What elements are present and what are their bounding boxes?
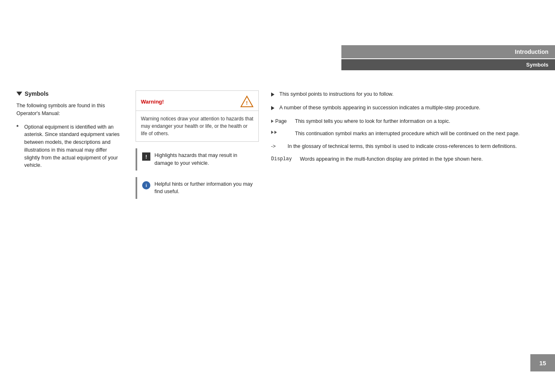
symbol-item-1: This symbol points to instructions for y… [271, 90, 539, 98]
small-arrow-icon [271, 120, 274, 123]
warning-header: Warning! ! [136, 91, 258, 111]
continuation-row: This continuation symbol marks an interr… [271, 130, 539, 138]
page-desc: This symbol tells you where to look for … [295, 118, 450, 125]
left-column: Symbols The following symbols are found … [16, 90, 123, 205]
symbol-text-2: A number of these symbols appearing in s… [279, 104, 480, 112]
bullet-arrow-icon-1 [271, 92, 274, 98]
arrow-key: -> [271, 143, 283, 149]
page-key-text: Page [275, 118, 287, 124]
warning-box: Warning! ! Warning notices draw your att… [136, 90, 259, 142]
warning-triangle-icon: ! [240, 95, 253, 108]
hazard-icon: ! [142, 152, 150, 161]
page-container: Introduction Symbols Symbols The followi… [0, 0, 555, 392]
intro-label: Introduction [515, 48, 548, 55]
continuation-key [271, 131, 291, 134]
header-area: Introduction Symbols [341, 45, 555, 70]
info-box: i Helpful hints or further information y… [136, 177, 259, 199]
content-area: Symbols The following symbols are found … [0, 90, 555, 205]
triangle-icon [16, 92, 22, 96]
info-icon: i [142, 181, 150, 189]
symbols-label: Symbols [526, 62, 548, 68]
hazard-box: ! Highlights hazards that may result in … [136, 148, 259, 171]
svg-text:!: ! [246, 100, 248, 106]
display-row: Display Words appearing in the multi-fun… [271, 155, 539, 163]
continuation-arrow-icon-1 [271, 131, 274, 134]
hazard-text: Highlights hazards that may result in da… [154, 152, 254, 167]
page-row: Page This symbol tells you where to look… [271, 118, 539, 125]
intro-text: The following symbols are found in this … [16, 102, 123, 118]
warning-body-text: Warning notices draw your attention to h… [141, 116, 253, 136]
section-title: Symbols [16, 90, 123, 97]
arrow-desc: In the glossary of technical terms, this… [288, 143, 517, 150]
page-key: Page [271, 118, 291, 124]
page-number-box: 15 [530, 354, 555, 371]
page-number: 15 [539, 360, 546, 367]
continuation-arrow-icon-2 [274, 131, 277, 134]
warning-label: Warning! [141, 99, 164, 105]
asterisk-item: * Optional equipment is identified with … [16, 123, 123, 170]
warning-body: Warning notices draw your attention to h… [136, 111, 258, 141]
info-text: Helpful hints or further information you… [154, 180, 254, 196]
middle-column: Warning! ! Warning notices draw your att… [136, 90, 259, 205]
section-title-text: Symbols [25, 90, 48, 97]
intro-tab: Introduction [341, 45, 555, 58]
display-desc: Words appearing in the multi-function di… [300, 155, 483, 163]
arrow-row: -> In the glossary of technical terms, t… [271, 143, 539, 150]
right-column: This symbol points to instructions for y… [271, 90, 539, 205]
symbols-tab: Symbols [341, 59, 555, 70]
symbol-text-1: This symbol points to instructions for y… [279, 90, 394, 98]
symbol-item-2: A number of these symbols appearing in s… [271, 104, 539, 112]
display-key: Display [271, 156, 296, 162]
bullet-arrow-icon-2 [271, 105, 274, 111]
asterisk-text: Optional equipment is identified with an… [24, 123, 123, 170]
asterisk-symbol: * [16, 124, 18, 170]
continuation-desc: This continuation symbol marks an interr… [295, 130, 520, 138]
